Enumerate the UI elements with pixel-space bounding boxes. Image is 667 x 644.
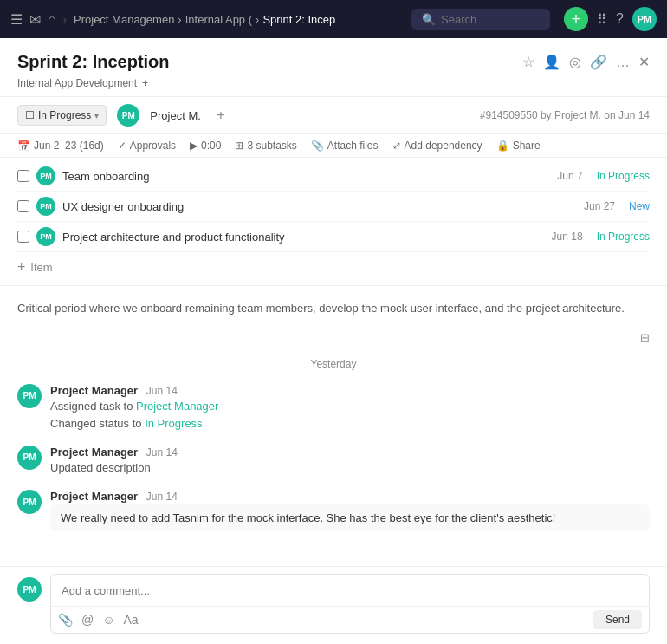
search-bar[interactable]: 🔍 <box>411 9 550 30</box>
grid-icon[interactable]: ⠿ <box>597 11 607 28</box>
activity-item: PM Project Manager Jun 14 We really need… <box>17 483 650 538</box>
task-avatar: PM <box>117 104 139 127</box>
close-icon[interactable]: ✕ <box>638 54 650 70</box>
page-header: Sprint 2: Inception ☆ 👤 ◎ 🔗 … ✕ Internal… <box>0 38 667 97</box>
main-container: Sprint 2: Inception ☆ 👤 ◎ 🔗 … ✕ Internal… <box>0 38 667 644</box>
format-icon[interactable]: Aa <box>124 613 139 627</box>
attach-item[interactable]: 📎 Attach files <box>311 140 379 152</box>
activity-content: Project Manager Jun 14 We really need to… <box>50 490 650 531</box>
approvals-icon: ✓ <box>118 140 126 152</box>
search-icon: 🔍 <box>422 13 436 26</box>
description-section: Critical period where we onboard remaini… <box>0 286 667 324</box>
activity-author: Project Manager <box>50 490 138 503</box>
header-icons: ☆ 👤 ◎ 🔗 … ✕ <box>522 54 650 70</box>
task-id: #914509550 by Project M. on Jun 14 <box>480 109 650 121</box>
calendar-icon: 📅 <box>17 140 30 152</box>
activity-avatar: PM <box>17 384 42 408</box>
share-icon: 🔒 <box>496 140 509 152</box>
add-icon: + <box>17 259 25 275</box>
subtask-status: In Progress <box>597 170 650 182</box>
subtask-date: Jun 18 <box>552 231 583 243</box>
subtask-avatar: PM <box>36 227 55 246</box>
status-badge[interactable]: ☐ In Progress ▾ <box>17 105 107 126</box>
menu-icon[interactable]: ☰ <box>10 11 23 28</box>
activity-content: Project Manager Jun 14 Assigned task to … <box>50 384 650 432</box>
subtask-checkbox[interactable] <box>17 200 29 212</box>
comment-input[interactable] <box>51 575 649 606</box>
date-range-item[interactable]: 📅 Jun 2–23 (16d) <box>17 140 104 152</box>
add-item-row[interactable]: + Item <box>17 252 650 282</box>
more-icon[interactable]: … <box>616 55 630 70</box>
subtask-date: Jun 7 <box>557 170 582 182</box>
activity-item: PM Project Manager Jun 14 Updated descri… <box>17 439 650 483</box>
subtask-item: PM UX designer onboarding Jun 27 New <box>17 192 650 222</box>
activity-author: Project Manager <box>50 384 138 397</box>
breadcrumb-item-1[interactable]: Project Managemen <box>74 13 174 26</box>
breadcrumb-item-2[interactable]: Internal App ( <box>185 13 252 26</box>
emoji-icon[interactable]: ☺ <box>102 613 114 627</box>
activity-item: PM Project Manager Jun 14 Assigned task … <box>17 377 650 439</box>
subtask-checkbox[interactable] <box>17 231 29 243</box>
help-icon[interactable]: ? <box>616 11 624 27</box>
send-button[interactable]: Send <box>593 610 642 629</box>
subtask-name[interactable]: Project architecture and product functio… <box>62 231 545 244</box>
rss-icon[interactable]: ◎ <box>569 54 581 70</box>
activity-time: Jun 14 <box>146 446 178 459</box>
nav-actions: + ⠿ ? PM <box>564 7 657 31</box>
subtask-status: New <box>629 200 650 212</box>
description-text: Critical period where we onboard remaini… <box>17 300 650 317</box>
comment-input-section: PM 📎 @ ☺ Aa Send <box>0 566 667 644</box>
subtask-name[interactable]: Team onboarding <box>62 170 550 183</box>
subtask-date: Jun 27 <box>584 200 615 212</box>
subtasks-item[interactable]: ⊞ 3 subtasks <box>235 140 296 152</box>
home-icon[interactable]: ⌂ <box>48 11 56 27</box>
activity-list: PM Project Manager Jun 14 Assigned task … <box>17 377 650 539</box>
comment-box: 📎 @ ☺ Aa Send <box>50 574 650 634</box>
breadcrumb: Project Managemen › Internal App ( › Spr… <box>74 13 335 26</box>
subtask-avatar: PM <box>36 166 55 185</box>
star-icon[interactable]: ☆ <box>522 54 534 70</box>
search-input[interactable] <box>441 13 536 26</box>
page-title: Sprint 2: Inception <box>17 52 170 72</box>
activity-content: Project Manager Jun 14 Updated descripti… <box>50 446 650 476</box>
subtask-list: PM Team onboarding Jun 7 In Progress PM … <box>0 158 667 286</box>
activity-date-divider: Yesterday <box>17 351 650 377</box>
subtask-checkbox[interactable] <box>17 170 29 182</box>
status-label: In Progress <box>38 109 91 121</box>
add-button[interactable]: + <box>564 7 588 31</box>
task-header: ☐ In Progress ▾ PM Project M. + #9145095… <box>0 97 667 134</box>
activity-time: Jun 14 <box>146 491 178 503</box>
activity-author: Project Manager <box>50 446 138 459</box>
subtask-name[interactable]: UX designer onboarding <box>62 200 577 213</box>
subtasks-icon: ⊞ <box>235 140 243 152</box>
breadcrumb-add-icon[interactable]: + <box>142 77 148 89</box>
filter-icon[interactable]: ⊟ <box>640 331 650 344</box>
users-icon[interactable]: 👤 <box>543 54 560 70</box>
activity-avatar: PM <box>17 490 42 514</box>
subtask-item: PM Team onboarding Jun 7 In Progress <box>17 161 650 192</box>
subtask-status: In Progress <box>597 231 650 243</box>
share-item[interactable]: 🔒 Share <box>496 140 541 152</box>
task-assignee: Project M. <box>150 109 201 122</box>
user-avatar-nav[interactable]: PM <box>632 7 657 31</box>
activity-text: Updated description <box>50 460 650 476</box>
link-icon[interactable]: 🔗 <box>590 54 607 70</box>
activity-header: ⊟ <box>17 324 650 351</box>
activity-text-2: Changed status to In Progress <box>50 416 650 432</box>
approvals-item[interactable]: ✓ Approvals <box>118 140 176 152</box>
add-item-label: Item <box>30 261 52 274</box>
add-assignee-button[interactable]: + <box>211 106 230 125</box>
attach-comment-icon[interactable]: 📎 <box>58 613 73 627</box>
mail-icon[interactable]: ✉ <box>29 11 41 28</box>
time-item[interactable]: ▶ 0:00 <box>190 140 221 152</box>
dependency-item[interactable]: ⤢ Add dependency <box>392 140 482 152</box>
sub-breadcrumb-label[interactable]: Internal App Development <box>17 77 137 89</box>
activity-avatar: PM <box>17 446 42 470</box>
subtask-avatar: PM <box>36 197 55 216</box>
task-meta: 📅 Jun 2–23 (16d) ✓ Approvals ▶ 0:00 ⊞ 3 … <box>0 134 667 158</box>
activity-text: Assigned task to Project Manager <box>50 399 650 414</box>
subtask-item: PM Project architecture and product func… <box>17 222 650 252</box>
mention-icon[interactable]: @ <box>81 613 94 627</box>
breadcrumb-item-3[interactable]: Sprint 2: Incep <box>262 13 335 26</box>
chevron-down-icon: ▾ <box>94 111 99 120</box>
